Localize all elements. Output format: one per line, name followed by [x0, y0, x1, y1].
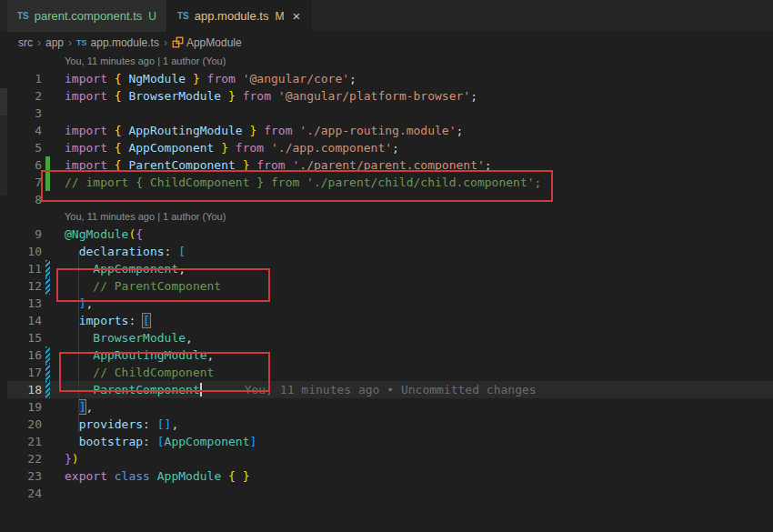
code-line-24[interactable]: 24	[7, 485, 773, 502]
line-number[interactable]: 15	[7, 329, 42, 346]
code-line-2[interactable]: 2import { BrowserModule } from '@angular…	[7, 87, 773, 105]
gutter-modified-bar	[45, 381, 50, 398]
code-text: // ChildComponent	[65, 364, 773, 381]
code-line-7[interactable]: 7// import { ChildComponent } from './pa…	[7, 174, 773, 191]
gitlens-blame-lens[interactable]: You, 11 minutes ago | 1 author (You)	[7, 53, 773, 70]
tab-parent-component-ts[interactable]: TSparent.component.tsU	[7, 0, 167, 32]
code-line-1[interactable]: 1import { NgModule } from '@angular/core…	[7, 70, 773, 87]
tab-label: app.module.ts	[195, 9, 269, 23]
code-line-9[interactable]: 9@NgModule({	[7, 226, 773, 243]
gutter-change-indicator	[42, 174, 65, 191]
code-text: ParentComponentYou, 11 minutes ago • Unc…	[65, 381, 773, 398]
code-text: import { ParentComponent } from './paren…	[65, 156, 773, 174]
code-line-14[interactable]: 14 imports: [	[7, 312, 773, 329]
vscode-window: TSparent.component.tsUTSapp.module.tsM× …	[0, 0, 773, 532]
code-line-4[interactable]: 4import { AppRoutingModule } from './app…	[7, 122, 773, 139]
code-text: bootstrap: [AppComponent]	[65, 433, 773, 450]
line-number[interactable]: 11	[7, 260, 42, 277]
breadcrumb-label: app	[45, 36, 64, 49]
gutter-change-indicator	[42, 70, 65, 87]
code-line-12[interactable]: 12 // ParentComponent	[7, 277, 773, 295]
gutter-change-indicator	[42, 191, 65, 208]
code-text: ],	[65, 398, 773, 416]
chevron-right-icon: ›	[164, 36, 167, 49]
line-number[interactable]: 20	[7, 416, 42, 433]
gutter-change-indicator	[42, 364, 65, 381]
code-text	[65, 485, 773, 502]
code-text	[65, 191, 773, 208]
gutter-change-indicator	[42, 381, 65, 398]
tab-app-module-ts[interactable]: TSapp.module.tsM×	[167, 0, 311, 32]
breadcrumb-item-app-module-ts[interactable]: ›TSapp.module.ts	[64, 36, 159, 49]
breadcrumb-item-app[interactable]: ›app	[33, 36, 64, 49]
code-line-23[interactable]: 23export class AppModule { }	[7, 467, 773, 485]
code-text: AppRoutingModule,	[65, 346, 773, 364]
code-text: @NgModule({	[65, 226, 773, 243]
text-cursor	[200, 383, 202, 396]
code-line-20[interactable]: 20 providers: [],	[7, 416, 773, 433]
code-line-19[interactable]: 19 ],	[7, 398, 773, 416]
line-number[interactable]: 3	[7, 105, 42, 122]
line-number[interactable]: 14	[7, 312, 42, 329]
line-number[interactable]: 22	[7, 450, 42, 467]
code-line-10[interactable]: 10 declarations: [	[7, 243, 773, 260]
breadcrumb: src›app›TSapp.module.ts›AppModule	[7, 32, 773, 53]
line-number[interactable]: 7	[7, 174, 42, 191]
code-text: declarations: [	[65, 243, 773, 260]
code-line-22[interactable]: 22})	[7, 450, 773, 467]
breadcrumb-item-src[interactable]: src	[18, 36, 33, 49]
left-rail	[0, 0, 7, 532]
line-number[interactable]: 24	[7, 485, 42, 502]
gutter-change-indicator	[42, 139, 65, 156]
gutter-change-indicator	[42, 87, 65, 105]
gutter-added-bar	[45, 156, 50, 174]
code-text: imports: [	[65, 312, 773, 329]
code-line-17[interactable]: 17 // ChildComponent	[7, 364, 773, 381]
breadcrumb-item-AppModule[interactable]: ›AppModule	[159, 36, 242, 49]
line-number[interactable]: 21	[7, 433, 42, 450]
code-line-15[interactable]: 15 BrowserModule,	[7, 329, 773, 346]
line-number[interactable]: 18	[7, 381, 42, 398]
code-line-3[interactable]: 3	[7, 105, 773, 122]
close-icon[interactable]: ×	[292, 9, 300, 23]
code-line-13[interactable]: 13 ],	[7, 295, 773, 312]
line-number[interactable]: 10	[7, 243, 42, 260]
code-text: // ParentComponent	[65, 277, 773, 295]
line-number[interactable]: 19	[7, 398, 42, 416]
code-editor[interactable]: You, 11 minutes ago | 1 author (You)1imp…	[7, 53, 773, 532]
gitlens-blame-lens[interactable]: You, 11 minutes ago | 1 author (You)	[7, 208, 773, 226]
code-line-16[interactable]: 16 AppRoutingModule,	[7, 346, 773, 364]
class-symbol-icon	[172, 36, 184, 48]
code-line-5[interactable]: 5import { AppComponent } from './app.com…	[7, 139, 773, 156]
line-number[interactable]: 5	[7, 139, 42, 156]
line-number[interactable]: 23	[7, 467, 42, 485]
line-number[interactable]: 16	[7, 346, 42, 364]
code-line-6[interactable]: 6import { ParentComponent } from './pare…	[7, 156, 773, 174]
git-status-badge: U	[148, 10, 156, 23]
line-number[interactable]: 4	[7, 122, 42, 139]
git-status-badge: M	[275, 10, 284, 23]
code-text: import { BrowserModule } from '@angular/…	[65, 87, 773, 105]
code-text: import { AppRoutingModule } from './app-…	[65, 122, 773, 139]
line-number[interactable]: 12	[7, 277, 42, 295]
gutter-change-indicator	[42, 243, 65, 260]
code-line-8[interactable]: 8	[7, 191, 773, 208]
line-number[interactable]: 1	[7, 70, 42, 87]
left-rail-panel-fragment	[0, 115, 7, 196]
gutter-change-indicator	[42, 329, 65, 346]
gutter-change-indicator	[42, 312, 65, 329]
code-line-21[interactable]: 21 bootstrap: [AppComponent]	[7, 433, 773, 450]
gutter-change-indicator	[42, 122, 65, 139]
code-text: export class AppModule { }	[65, 467, 773, 485]
code-line-11[interactable]: 11 AppComponent,	[7, 260, 773, 277]
line-number[interactable]: 17	[7, 364, 42, 381]
tab-label: parent.component.ts	[35, 9, 143, 23]
line-number[interactable]: 2	[7, 87, 42, 105]
line-number[interactable]: 13	[7, 295, 42, 312]
code-line-18[interactable]: 18 ParentComponentYou, 11 minutes ago • …	[7, 381, 773, 398]
line-number[interactable]: 8	[7, 191, 42, 208]
gutter-change-indicator	[42, 226, 65, 243]
line-number[interactable]: 6	[7, 156, 42, 174]
line-number[interactable]: 9	[7, 226, 42, 243]
code-text: AppComponent,	[65, 260, 773, 277]
